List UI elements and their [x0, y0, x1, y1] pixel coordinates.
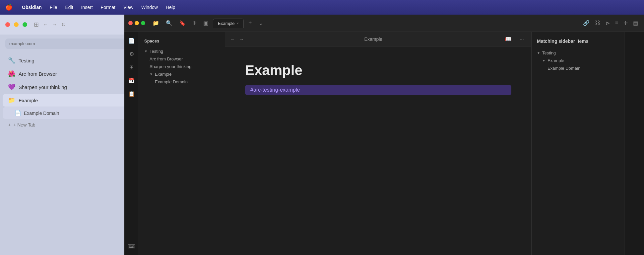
right-domain-label: Example Domain: [547, 66, 580, 71]
new-tab-label: + New Tab: [13, 122, 35, 128]
obs-tl-green[interactable]: [141, 21, 145, 25]
link-icon[interactable]: 🔗: [581, 19, 592, 28]
list-icon[interactable]: ≡: [613, 19, 620, 28]
forward-button[interactable]: →: [52, 22, 57, 28]
obs-tab-example[interactable]: Example ×: [213, 19, 244, 28]
editor-header: ← → Example 📖 ···: [225, 32, 531, 46]
arc-label: Arc from Browser: [19, 71, 57, 77]
app-name: Obsidian: [22, 5, 42, 10]
url-bar[interactable]: example.com: [5, 39, 144, 49]
obsidian-app: 📁 🔍 🔖 ✳ ▣ Example × + ⌄ 🔗 ⛓ ⊳ ≡ ✛ ▤ 📄 ⚙ …: [124, 15, 644, 255]
tree-arc-label: Arc from Browser: [150, 56, 183, 61]
tag-icon[interactable]: ⊳: [604, 19, 612, 28]
editor-forward-button[interactable]: →: [239, 37, 244, 42]
traffic-light-yellow[interactable]: [14, 22, 19, 27]
rail-calendar-icon[interactable]: 📅: [126, 74, 138, 86]
compass-icon[interactable]: ✛: [621, 19, 630, 28]
note-title: Example: [245, 62, 511, 78]
unlink-icon[interactable]: ⛓: [593, 19, 602, 28]
obsidian-tabbar: 📁 🔍 🔖 ✳ ▣ Example × + ⌄ 🔗 ⛓ ⊳ ≡ ✛ ▤: [124, 15, 644, 32]
more-options-icon[interactable]: ···: [518, 35, 526, 43]
domain-label: Example Domain: [24, 111, 59, 116]
file-tree-panel: Spaces ▼ Testing Arc from Browser Sharpe…: [139, 32, 225, 255]
menu-file[interactable]: File: [50, 5, 57, 10]
editor-breadcrumb-title: Example: [248, 37, 499, 42]
layout-icon[interactable]: ▣: [201, 19, 210, 28]
spaces-header: Spaces: [142, 37, 222, 45]
arc-icon: 🌺: [8, 70, 15, 77]
new-tab-icon: +: [8, 122, 11, 128]
menu-bar: 🍎 Obsidian File Edit Insert Format View …: [0, 0, 644, 15]
tree-item-arc[interactable]: Arc from Browser: [142, 55, 222, 63]
far-right-panel: ha: [624, 32, 644, 255]
icon-rail: 📄 ⚙ ⊞ 📅 📋 ⌨: [124, 32, 139, 255]
editor-back-button[interactable]: ←: [230, 37, 235, 42]
tree-item-domain[interactable]: Example Domain: [142, 78, 222, 86]
rail-terminal-icon[interactable]: ⌨: [126, 240, 138, 252]
apple-icon: 🍎: [5, 4, 13, 11]
tree-item-testing[interactable]: ▼ Testing: [142, 47, 222, 55]
sidebar-right-icon[interactable]: ▤: [631, 19, 640, 28]
domain-icon: 📄: [15, 110, 21, 116]
obsidian-content: 📄 ⚙ ⊞ 📅 📋 ⌨ Spaces ▼ Testing Arc from Br…: [124, 32, 644, 255]
chevron-testing: ▼: [144, 49, 148, 53]
book-icon[interactable]: 📖: [503, 35, 514, 43]
testing-icon: 🔧: [8, 57, 15, 64]
traffic-light-green[interactable]: [23, 22, 27, 27]
editor-area: ← → Example 📖 ··· Example #arc-testing-e…: [225, 32, 531, 255]
back-button[interactable]: ←: [43, 22, 48, 28]
rail-files-icon[interactable]: 📄: [126, 35, 138, 46]
add-tab-button[interactable]: +: [246, 18, 254, 28]
sharpen-label: Sharpen your thinking: [19, 84, 67, 90]
right-tree-example[interactable]: ▼ Example: [534, 57, 621, 64]
tree-example-label: Example: [155, 72, 172, 77]
sidebar-toggle-icon[interactable]: ⊞: [34, 21, 39, 28]
right-example-label: Example: [547, 58, 564, 63]
note-tag[interactable]: #arc-testing-example: [245, 85, 511, 95]
folder-icon[interactable]: 📁: [151, 19, 161, 28]
editor-body: Example #arc-testing-example: [225, 46, 531, 255]
tree-domain-label: Example Domain: [155, 79, 188, 84]
traffic-light-red[interactable]: [5, 22, 10, 27]
menu-insert[interactable]: Insert: [81, 5, 93, 10]
refresh-button[interactable]: ↻: [61, 22, 66, 28]
right-chevron-example: ▼: [542, 59, 546, 62]
obs-tl-red[interactable]: [128, 21, 133, 25]
sharpen-icon: 💜: [8, 83, 15, 91]
right-testing-label: Testing: [542, 50, 556, 55]
rail-blocks-icon[interactable]: ⊞: [126, 61, 138, 73]
obs-tab-label: Example: [218, 21, 235, 26]
graph-icon[interactable]: ✳: [190, 19, 199, 28]
tree-sharpen-label: Sharpen your thinking: [150, 64, 191, 69]
tree-item-example[interactable]: ▼ Example: [142, 70, 222, 78]
obs-tab-close[interactable]: ×: [237, 21, 239, 25]
right-panel: Matching sidebar items ▼ Testing ▼ Examp…: [531, 32, 624, 255]
bookmark-icon[interactable]: 🔖: [177, 19, 188, 28]
right-panel-header: Matching sidebar items: [534, 37, 621, 45]
tree-testing-label: Testing: [150, 49, 163, 54]
obs-tl-yellow[interactable]: [135, 21, 139, 25]
menu-format[interactable]: Format: [101, 5, 115, 10]
rail-graph-icon[interactable]: ⚙: [126, 48, 138, 60]
menu-help[interactable]: Help: [166, 5, 175, 10]
menu-view[interactable]: View: [123, 5, 133, 10]
right-tree-domain[interactable]: Example Domain: [534, 64, 621, 72]
example-label: Example: [19, 98, 38, 103]
obs-traffic-lights: [128, 21, 145, 25]
example-icon: 📁: [8, 97, 15, 104]
menu-window[interactable]: Window: [141, 5, 158, 10]
right-chevron-testing: ▼: [537, 51, 540, 55]
search-icon[interactable]: 🔍: [164, 19, 174, 28]
dropdown-icon[interactable]: ⌄: [257, 19, 265, 28]
testing-label: Testing: [19, 58, 34, 63]
rail-copy-icon[interactable]: 📋: [126, 88, 138, 100]
right-tree-testing[interactable]: ▼ Testing: [534, 49, 621, 57]
menu-edit[interactable]: Edit: [65, 5, 73, 10]
tree-item-sharpen[interactable]: Sharpen your thinking: [142, 63, 222, 70]
chevron-example: ▼: [150, 72, 153, 76]
